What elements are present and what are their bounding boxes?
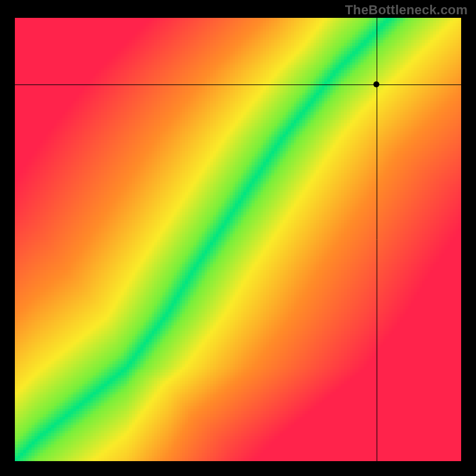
crosshair-overlay: [15, 18, 461, 461]
chart-frame: TheBottleneck.com: [0, 0, 476, 476]
watermark-text: TheBottleneck.com: [345, 2, 468, 18]
